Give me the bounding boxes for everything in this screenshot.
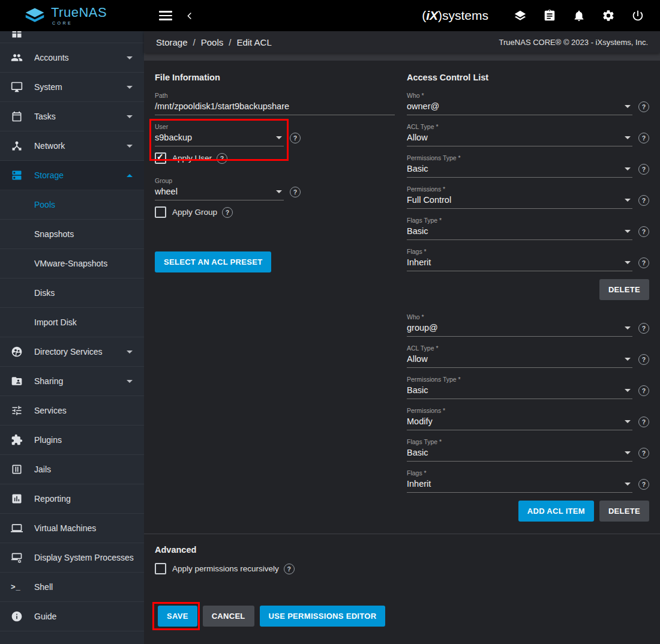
accounts-icon: [11, 52, 23, 64]
chevron-down-icon[interactable]: [625, 483, 631, 486]
sidebar-item-vmware-snapshots[interactable]: VMware-Snapshots: [0, 249, 144, 278]
help-icon[interactable]: [638, 101, 649, 112]
apply-group-checkbox[interactable]: [155, 206, 166, 218]
chevron-down-icon[interactable]: [625, 358, 631, 361]
save-button[interactable]: SAVE: [158, 606, 197, 627]
apply-user-checkbox[interactable]: [155, 152, 166, 164]
sidebar-item-system[interactable]: System: [0, 73, 144, 102]
acl-type-select[interactable]: ACL Type * Allow: [407, 123, 632, 146]
breadcrumb-pools[interactable]: Pools: [201, 37, 224, 47]
power-icon[interactable]: [631, 8, 645, 23]
chevron-down-icon[interactable]: [625, 199, 631, 202]
sidebar-item-tasks[interactable]: Tasks: [0, 102, 144, 131]
permissions-type-select[interactable]: Permissions Type * Basic: [407, 376, 632, 399]
chevron-down-icon[interactable]: [276, 136, 282, 139]
help-icon[interactable]: [638, 323, 649, 334]
help-icon[interactable]: [638, 417, 649, 427]
help-icon[interactable]: [290, 133, 301, 143]
alerts-bell-icon[interactable]: [572, 8, 586, 23]
help-icon[interactable]: [290, 187, 301, 197]
flags-select[interactable]: Flags * Inherit: [407, 469, 632, 493]
help-icon[interactable]: [222, 207, 233, 218]
who-select[interactable]: Who * group@: [407, 313, 632, 337]
help-icon[interactable]: [638, 164, 649, 175]
help-icon[interactable]: [638, 226, 649, 237]
chevron-down-icon[interactable]: [625, 105, 631, 108]
sidebar-item-import-disk[interactable]: Import Disk: [0, 308, 144, 337]
chevron-down-icon[interactable]: [625, 389, 631, 392]
help-icon[interactable]: [638, 257, 649, 268]
acl-type-select[interactable]: ACL Type * Allow: [407, 345, 632, 368]
collapse-chevron-icon[interactable]: [185, 11, 194, 20]
chevron-down-icon[interactable]: [625, 327, 631, 330]
field-label: Path: [155, 92, 395, 99]
chevron-down-icon: [127, 86, 133, 89]
chevron-down-icon[interactable]: [625, 451, 631, 454]
sharing-icon: [11, 375, 23, 387]
breadcrumb-storage[interactable]: Storage: [156, 37, 188, 47]
truecommand-icon[interactable]: [513, 8, 527, 23]
sidebar-item-sharing[interactable]: Sharing: [0, 367, 144, 396]
sidebar-item-accounts[interactable]: Accounts: [0, 43, 144, 73]
sidebar-item-virtual-machines[interactable]: Virtual Machines: [0, 514, 144, 543]
sidebar-item-display-system-processes[interactable]: Display System Processes: [0, 543, 144, 573]
recursive-row: Apply permissions recursively: [155, 563, 649, 574]
sidebar-item-guide[interactable]: Guide: [0, 602, 144, 631]
help-icon[interactable]: [638, 195, 649, 206]
help-icon[interactable]: [217, 153, 227, 164]
sidebar-item-services[interactable]: Services: [0, 396, 144, 426]
flags-type-select[interactable]: Flags Type * Basic: [407, 438, 632, 462]
chevron-down-icon[interactable]: [625, 230, 631, 233]
group-select[interactable]: Group wheel: [155, 177, 284, 200]
permissions-select[interactable]: Permissions * Modify: [407, 407, 632, 430]
sidebar-item-plugins[interactable]: Plugins: [0, 426, 144, 455]
chevron-down-icon: [127, 380, 133, 383]
help-icon[interactable]: [284, 564, 295, 574]
chevron-down-icon[interactable]: [625, 420, 631, 423]
task-manager-icon[interactable]: [542, 8, 557, 23]
help-icon[interactable]: [638, 133, 649, 143]
flags-type-select[interactable]: Flags Type * Basic: [407, 217, 632, 240]
chevron-down-icon[interactable]: [625, 136, 631, 139]
permissions-type-select[interactable]: Permissions Type * Basic: [407, 154, 632, 178]
chevron-down-icon: [127, 56, 133, 59]
sidebar-item-storage[interactable]: Storage: [0, 161, 144, 190]
cancel-button[interactable]: CANCEL: [203, 606, 254, 627]
sidebar-item-reporting[interactable]: Reporting: [0, 484, 144, 514]
hamburger-menu-icon[interactable]: [159, 11, 172, 20]
sidebar-item-shell[interactable]: Shell: [0, 573, 144, 602]
field-label: Group: [155, 177, 284, 184]
permissions-select[interactable]: Permissions * Full Control: [407, 185, 632, 209]
delete-acl-entry-button[interactable]: DELETE: [599, 279, 649, 300]
sidebar-item-network[interactable]: Network: [0, 131, 144, 161]
app-root: TrueNAS CORE iXsystems: [0, 0, 660, 644]
section-title: File Information: [155, 73, 395, 82]
sidebar-item-jails[interactable]: Jails: [0, 455, 144, 484]
use-permissions-editor-button[interactable]: USE PERMISSIONS EDITOR: [260, 606, 386, 627]
flags-select[interactable]: Flags * Inherit: [407, 248, 632, 271]
settings-gear-icon[interactable]: [601, 8, 616, 23]
chevron-down-icon[interactable]: [625, 167, 631, 170]
sidebar-item-pools[interactable]: Pools: [0, 190, 144, 220]
sidebar-item-disks[interactable]: Disks: [0, 278, 144, 308]
help-icon[interactable]: [638, 385, 649, 396]
sidebar-item-partial[interactable]: [0, 31, 144, 43]
product-edition: CORE: [51, 21, 107, 25]
sidebar-item-directory-services[interactable]: Directory Services: [0, 337, 144, 367]
reporting-icon: [11, 493, 23, 505]
apply-recursively-checkbox[interactable]: [155, 563, 166, 574]
path-input[interactable]: Path /mnt/zpooldisk1/start9backupshare: [155, 92, 395, 115]
help-icon[interactable]: [638, 479, 649, 490]
sidebar-item-snapshots[interactable]: Snapshots: [0, 220, 144, 249]
help-icon[interactable]: [638, 448, 649, 459]
help-icon[interactable]: [638, 354, 649, 365]
add-acl-item-button[interactable]: ADD ACL ITEM: [518, 501, 594, 522]
field-label: User: [155, 123, 284, 130]
delete-acl-entry-button[interactable]: DELETE: [599, 501, 649, 522]
user-select[interactable]: User s9backup: [155, 123, 284, 146]
select-acl-preset-button[interactable]: SELECT AN ACL PRESET: [155, 251, 271, 272]
truenas-logo[interactable]: TrueNAS CORE: [0, 6, 144, 25]
chevron-down-icon[interactable]: [276, 190, 282, 193]
chevron-down-icon[interactable]: [625, 261, 631, 264]
who-select[interactable]: Who * owner@: [407, 92, 632, 115]
